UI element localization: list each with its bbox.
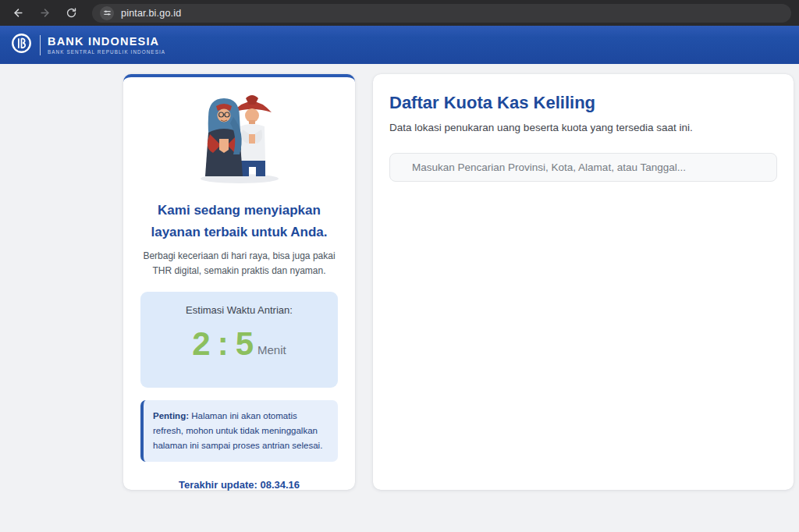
url-text: pintar.bi.go.id xyxy=(121,8,181,19)
quota-subtitle: Data lokasi penukaran uang beserta kuota… xyxy=(389,122,777,133)
quota-list-card: Daftar Kuota Kas Keliling Data lokasi pe… xyxy=(373,74,794,490)
bank-indonesia-header: BANK INDONESIA BANK SENTRAL REPUBLIK IND… xyxy=(0,26,799,64)
timer-seconds: 5 xyxy=(236,327,254,361)
bank-indonesia-logo: BANK INDONESIA BANK SENTRAL REPUBLIK IND… xyxy=(11,33,165,57)
greeting-illustration xyxy=(174,89,305,184)
last-update-text: Terakhir update: 08.34.16 xyxy=(123,479,355,491)
forward-icon xyxy=(39,7,51,19)
back-button[interactable] xyxy=(8,3,28,23)
reload-button[interactable] xyxy=(61,3,81,23)
notice-box: Penting: Halaman ini akan otomatis refre… xyxy=(140,400,338,462)
forward-button[interactable] xyxy=(34,3,55,23)
brand-title: BANK INDONESIA xyxy=(48,36,165,48)
site-info-icon[interactable] xyxy=(100,6,114,20)
notice-bold-label: Penting: xyxy=(153,411,189,420)
timer-minutes: 2 xyxy=(192,327,210,361)
quota-search-input[interactable] xyxy=(389,153,777,182)
queue-status-card: Kami sedang menyiapkan layanan terbaik u… xyxy=(123,74,355,490)
queue-heading: Kami sedang menyiapkan layanan terbaik u… xyxy=(142,200,336,243)
brand-subtitle: BANK SENTRAL REPUBLIK INDONESIA xyxy=(48,49,165,55)
address-bar[interactable]: pintar.bi.go.id xyxy=(92,4,791,23)
logo-divider xyxy=(40,35,41,55)
queue-timer: 2 : 5 Menit xyxy=(192,327,286,361)
reload-icon xyxy=(66,7,77,19)
back-icon xyxy=(12,7,24,19)
bank-indonesia-logo-icon xyxy=(11,33,32,57)
page: pintar.bi.go.id BANK INDONESIA BANK SENT… xyxy=(0,0,799,532)
browser-toolbar: pintar.bi.go.id xyxy=(0,0,799,26)
queue-subtext: Berbagi keceriaan di hari raya, bisa jug… xyxy=(136,249,343,278)
estimate-label: Estimasi Waktu Antrian: xyxy=(186,304,293,316)
timer-unit: Menit xyxy=(257,343,286,356)
quota-title: Daftar Kuota Kas Keliling xyxy=(389,93,777,113)
estimate-box: Estimasi Waktu Antrian: 2 : 5 Menit xyxy=(140,292,338,388)
timer-separator: : xyxy=(218,327,229,361)
